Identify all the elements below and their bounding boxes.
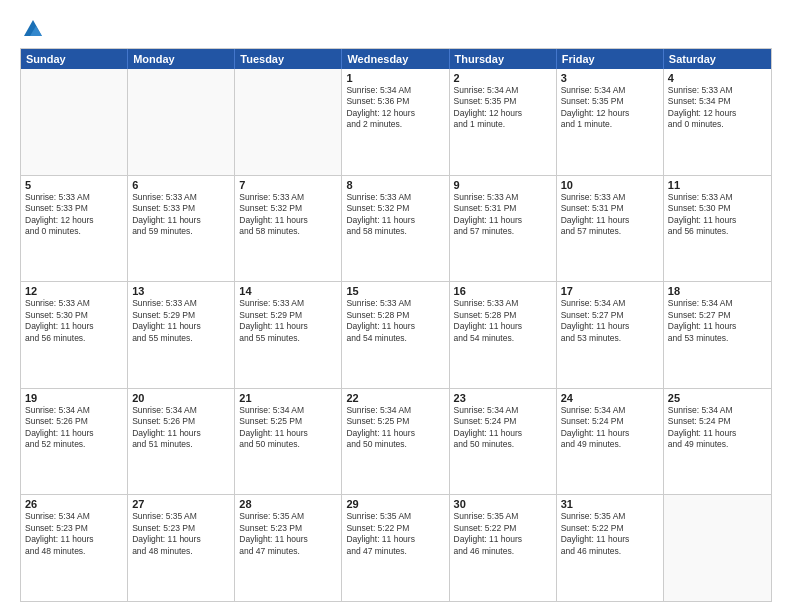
calendar-cell-day-4: 4Sunrise: 5:33 AM Sunset: 5:34 PM Daylig… — [664, 69, 771, 175]
calendar-cell-day-1: 1Sunrise: 5:34 AM Sunset: 5:36 PM Daylig… — [342, 69, 449, 175]
calendar-row-0: 1Sunrise: 5:34 AM Sunset: 5:36 PM Daylig… — [21, 69, 771, 175]
calendar-cell-day-27: 27Sunrise: 5:35 AM Sunset: 5:23 PM Dayli… — [128, 495, 235, 601]
cell-info: Sunrise: 5:33 AM Sunset: 5:30 PM Dayligh… — [25, 298, 123, 344]
calendar-cell-day-18: 18Sunrise: 5:34 AM Sunset: 5:27 PM Dayli… — [664, 282, 771, 388]
calendar-cell-day-16: 16Sunrise: 5:33 AM Sunset: 5:28 PM Dayli… — [450, 282, 557, 388]
calendar-row-1: 5Sunrise: 5:33 AM Sunset: 5:33 PM Daylig… — [21, 175, 771, 282]
calendar-cell-day-14: 14Sunrise: 5:33 AM Sunset: 5:29 PM Dayli… — [235, 282, 342, 388]
calendar-row-3: 19Sunrise: 5:34 AM Sunset: 5:26 PM Dayli… — [21, 388, 771, 495]
day-number: 30 — [454, 498, 552, 510]
cell-info: Sunrise: 5:35 AM Sunset: 5:22 PM Dayligh… — [454, 511, 552, 557]
calendar-cell-day-23: 23Sunrise: 5:34 AM Sunset: 5:24 PM Dayli… — [450, 389, 557, 495]
calendar-row-2: 12Sunrise: 5:33 AM Sunset: 5:30 PM Dayli… — [21, 281, 771, 388]
day-number: 25 — [668, 392, 767, 404]
day-number: 15 — [346, 285, 444, 297]
calendar-cell-day-7: 7Sunrise: 5:33 AM Sunset: 5:32 PM Daylig… — [235, 176, 342, 282]
calendar-header: SundayMondayTuesdayWednesdayThursdayFrid… — [21, 49, 771, 69]
calendar-cell-empty — [21, 69, 128, 175]
calendar-cell-day-11: 11Sunrise: 5:33 AM Sunset: 5:30 PM Dayli… — [664, 176, 771, 282]
cell-info: Sunrise: 5:33 AM Sunset: 5:33 PM Dayligh… — [25, 192, 123, 238]
calendar-cell-day-17: 17Sunrise: 5:34 AM Sunset: 5:27 PM Dayli… — [557, 282, 664, 388]
day-number: 23 — [454, 392, 552, 404]
calendar-body: 1Sunrise: 5:34 AM Sunset: 5:36 PM Daylig… — [21, 69, 771, 601]
cell-info: Sunrise: 5:34 AM Sunset: 5:26 PM Dayligh… — [132, 405, 230, 451]
cell-info: Sunrise: 5:34 AM Sunset: 5:25 PM Dayligh… — [346, 405, 444, 451]
calendar-cell-day-13: 13Sunrise: 5:33 AM Sunset: 5:29 PM Dayli… — [128, 282, 235, 388]
calendar-cell-empty — [664, 495, 771, 601]
cell-info: Sunrise: 5:33 AM Sunset: 5:28 PM Dayligh… — [346, 298, 444, 344]
cell-info: Sunrise: 5:33 AM Sunset: 5:32 PM Dayligh… — [346, 192, 444, 238]
day-number: 29 — [346, 498, 444, 510]
calendar-cell-day-26: 26Sunrise: 5:34 AM Sunset: 5:23 PM Dayli… — [21, 495, 128, 601]
calendar-cell-day-5: 5Sunrise: 5:33 AM Sunset: 5:33 PM Daylig… — [21, 176, 128, 282]
cell-info: Sunrise: 5:34 AM Sunset: 5:27 PM Dayligh… — [668, 298, 767, 344]
calendar-cell-empty — [235, 69, 342, 175]
day-number: 10 — [561, 179, 659, 191]
cell-info: Sunrise: 5:33 AM Sunset: 5:33 PM Dayligh… — [132, 192, 230, 238]
calendar-cell-day-9: 9Sunrise: 5:33 AM Sunset: 5:31 PM Daylig… — [450, 176, 557, 282]
calendar-cell-day-30: 30Sunrise: 5:35 AM Sunset: 5:22 PM Dayli… — [450, 495, 557, 601]
day-number: 20 — [132, 392, 230, 404]
day-number: 17 — [561, 285, 659, 297]
day-number: 5 — [25, 179, 123, 191]
calendar-cell-day-29: 29Sunrise: 5:35 AM Sunset: 5:22 PM Dayli… — [342, 495, 449, 601]
cell-info: Sunrise: 5:34 AM Sunset: 5:35 PM Dayligh… — [454, 85, 552, 131]
weekday-header-friday: Friday — [557, 49, 664, 69]
cell-info: Sunrise: 5:34 AM Sunset: 5:26 PM Dayligh… — [25, 405, 123, 451]
day-number: 6 — [132, 179, 230, 191]
cell-info: Sunrise: 5:33 AM Sunset: 5:29 PM Dayligh… — [132, 298, 230, 344]
day-number: 26 — [25, 498, 123, 510]
calendar-cell-day-12: 12Sunrise: 5:33 AM Sunset: 5:30 PM Dayli… — [21, 282, 128, 388]
cell-info: Sunrise: 5:34 AM Sunset: 5:27 PM Dayligh… — [561, 298, 659, 344]
calendar-cell-day-20: 20Sunrise: 5:34 AM Sunset: 5:26 PM Dayli… — [128, 389, 235, 495]
calendar-cell-day-22: 22Sunrise: 5:34 AM Sunset: 5:25 PM Dayli… — [342, 389, 449, 495]
day-number: 9 — [454, 179, 552, 191]
calendar-cell-day-2: 2Sunrise: 5:34 AM Sunset: 5:35 PM Daylig… — [450, 69, 557, 175]
header — [20, 18, 772, 40]
cell-info: Sunrise: 5:33 AM Sunset: 5:34 PM Dayligh… — [668, 85, 767, 131]
calendar-row-4: 26Sunrise: 5:34 AM Sunset: 5:23 PM Dayli… — [21, 494, 771, 601]
cell-info: Sunrise: 5:33 AM Sunset: 5:30 PM Dayligh… — [668, 192, 767, 238]
calendar-cell-day-24: 24Sunrise: 5:34 AM Sunset: 5:24 PM Dayli… — [557, 389, 664, 495]
cell-info: Sunrise: 5:33 AM Sunset: 5:31 PM Dayligh… — [561, 192, 659, 238]
page: SundayMondayTuesdayWednesdayThursdayFrid… — [0, 0, 792, 612]
cell-info: Sunrise: 5:34 AM Sunset: 5:24 PM Dayligh… — [454, 405, 552, 451]
day-number: 27 — [132, 498, 230, 510]
calendar-cell-day-21: 21Sunrise: 5:34 AM Sunset: 5:25 PM Dayli… — [235, 389, 342, 495]
day-number: 31 — [561, 498, 659, 510]
cell-info: Sunrise: 5:34 AM Sunset: 5:36 PM Dayligh… — [346, 85, 444, 131]
calendar-cell-day-6: 6Sunrise: 5:33 AM Sunset: 5:33 PM Daylig… — [128, 176, 235, 282]
day-number: 16 — [454, 285, 552, 297]
day-number: 11 — [668, 179, 767, 191]
day-number: 7 — [239, 179, 337, 191]
calendar-cell-day-10: 10Sunrise: 5:33 AM Sunset: 5:31 PM Dayli… — [557, 176, 664, 282]
day-number: 24 — [561, 392, 659, 404]
calendar-cell-empty — [128, 69, 235, 175]
day-number: 3 — [561, 72, 659, 84]
cell-info: Sunrise: 5:33 AM Sunset: 5:28 PM Dayligh… — [454, 298, 552, 344]
cell-info: Sunrise: 5:34 AM Sunset: 5:24 PM Dayligh… — [561, 405, 659, 451]
calendar-cell-day-3: 3Sunrise: 5:34 AM Sunset: 5:35 PM Daylig… — [557, 69, 664, 175]
day-number: 13 — [132, 285, 230, 297]
weekday-header-saturday: Saturday — [664, 49, 771, 69]
cell-info: Sunrise: 5:33 AM Sunset: 5:31 PM Dayligh… — [454, 192, 552, 238]
cell-info: Sunrise: 5:34 AM Sunset: 5:25 PM Dayligh… — [239, 405, 337, 451]
calendar-cell-day-8: 8Sunrise: 5:33 AM Sunset: 5:32 PM Daylig… — [342, 176, 449, 282]
weekday-header-wednesday: Wednesday — [342, 49, 449, 69]
day-number: 18 — [668, 285, 767, 297]
day-number: 19 — [25, 392, 123, 404]
calendar: SundayMondayTuesdayWednesdayThursdayFrid… — [20, 48, 772, 602]
day-number: 14 — [239, 285, 337, 297]
calendar-cell-day-19: 19Sunrise: 5:34 AM Sunset: 5:26 PM Dayli… — [21, 389, 128, 495]
day-number: 28 — [239, 498, 337, 510]
cell-info: Sunrise: 5:35 AM Sunset: 5:22 PM Dayligh… — [561, 511, 659, 557]
weekday-header-monday: Monday — [128, 49, 235, 69]
cell-info: Sunrise: 5:33 AM Sunset: 5:32 PM Dayligh… — [239, 192, 337, 238]
calendar-cell-day-31: 31Sunrise: 5:35 AM Sunset: 5:22 PM Dayli… — [557, 495, 664, 601]
weekday-header-thursday: Thursday — [450, 49, 557, 69]
cell-info: Sunrise: 5:35 AM Sunset: 5:23 PM Dayligh… — [132, 511, 230, 557]
day-number: 12 — [25, 285, 123, 297]
day-number: 8 — [346, 179, 444, 191]
cell-info: Sunrise: 5:35 AM Sunset: 5:23 PM Dayligh… — [239, 511, 337, 557]
cell-info: Sunrise: 5:33 AM Sunset: 5:29 PM Dayligh… — [239, 298, 337, 344]
